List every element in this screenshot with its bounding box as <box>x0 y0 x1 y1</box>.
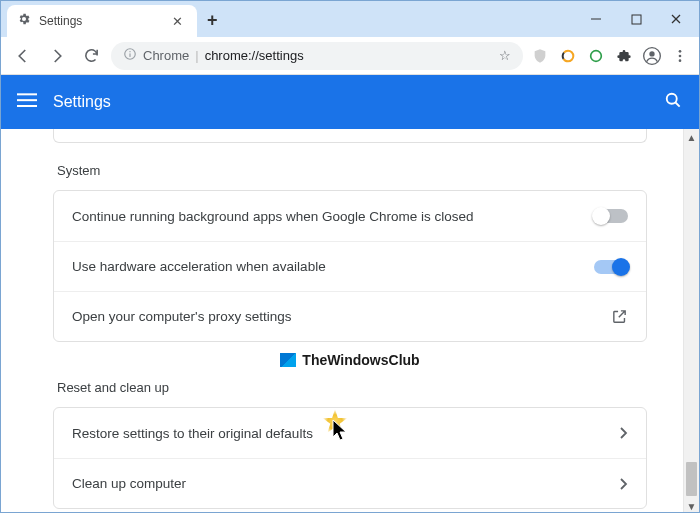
svg-line-19 <box>676 103 680 107</box>
site-info-icon[interactable] <box>123 47 137 64</box>
scrollbar-thumb[interactable] <box>686 462 697 496</box>
watermark-text: TheWindowsClub <box>302 352 419 368</box>
extension-shield-icon[interactable] <box>529 45 551 67</box>
settings-content-viewport: System Continue running background apps … <box>1 129 699 513</box>
row-hardware-accel[interactable]: Use hardware acceleration when available <box>54 241 646 291</box>
forward-button[interactable] <box>43 42 71 70</box>
svg-point-13 <box>679 54 682 57</box>
svg-point-14 <box>679 59 682 62</box>
toggle-background-apps[interactable] <box>594 209 628 223</box>
profile-avatar-icon[interactable] <box>641 45 663 67</box>
svg-rect-17 <box>17 105 37 107</box>
chevron-right-icon <box>620 478 628 490</box>
svg-point-9 <box>591 50 602 61</box>
scroll-up-arrow-icon[interactable]: ▲ <box>684 129 699 145</box>
toggle-hardware-accel[interactable] <box>594 260 628 274</box>
reset-card: Restore settings to their original defau… <box>53 407 647 509</box>
section-label-system: System <box>57 163 647 178</box>
browser-tab-active[interactable]: Settings ✕ <box>7 5 197 37</box>
extension-swirl-icon[interactable] <box>557 45 579 67</box>
row-label: Use hardware acceleration when available <box>72 259 594 274</box>
vertical-scrollbar[interactable]: ▲ ▼ <box>683 129 699 513</box>
browser-tab-strip: Settings ✕ + <box>1 1 699 37</box>
url-scheme-label: Chrome <box>143 48 189 63</box>
tab-title: Settings <box>39 14 168 28</box>
open-external-icon <box>611 308 628 325</box>
browser-toolbar: Chrome | chrome://settings ☆ <box>1 37 699 75</box>
system-card: Continue running background apps when Go… <box>53 190 647 342</box>
window-close-button[interactable] <box>657 5 695 33</box>
url-text: chrome://settings <box>205 48 304 63</box>
reload-button[interactable] <box>77 42 105 70</box>
extensions-puzzle-icon[interactable] <box>613 45 635 67</box>
row-restore-defaults[interactable]: Restore settings to their original defau… <box>54 408 646 458</box>
row-background-apps[interactable]: Continue running background apps when Go… <box>54 191 646 241</box>
settings-title: Settings <box>53 93 111 111</box>
minimize-button[interactable] <box>577 5 615 33</box>
row-label: Clean up computer <box>72 476 620 491</box>
back-button[interactable] <box>9 42 37 70</box>
scroll-down-arrow-icon[interactable]: ▼ <box>684 498 699 513</box>
close-icon[interactable]: ✕ <box>168 12 187 31</box>
window-controls <box>577 5 695 33</box>
overflow-menu-icon[interactable] <box>669 45 691 67</box>
svg-point-7 <box>563 50 574 61</box>
address-bar[interactable]: Chrome | chrome://settings ☆ <box>111 42 523 70</box>
settings-header: Settings <box>1 75 699 129</box>
svg-rect-6 <box>129 53 130 57</box>
svg-point-12 <box>679 50 682 53</box>
search-icon[interactable] <box>663 90 683 114</box>
svg-point-11 <box>649 51 654 56</box>
svg-point-18 <box>667 94 677 104</box>
maximize-button[interactable] <box>617 5 655 33</box>
svg-rect-15 <box>17 93 37 95</box>
toggle-off-icon <box>594 209 628 223</box>
watermark: TheWindowsClub <box>53 352 647 368</box>
row-label: Continue running background apps when Go… <box>72 209 594 224</box>
section-label-reset: Reset and clean up <box>57 380 647 395</box>
svg-rect-16 <box>17 99 37 101</box>
extension-circle-green-icon[interactable] <box>585 45 607 67</box>
gear-icon <box>17 12 31 30</box>
previous-section-card-bottom <box>53 129 647 143</box>
row-label: Restore settings to their original defau… <box>72 426 620 441</box>
svg-point-5 <box>129 51 130 52</box>
row-label: Open your computer's proxy settings <box>72 309 611 324</box>
row-proxy-settings[interactable]: Open your computer's proxy settings <box>54 291 646 341</box>
url-divider: | <box>195 48 198 63</box>
svg-rect-1 <box>632 15 641 24</box>
chevron-right-icon <box>620 427 628 439</box>
watermark-flag-icon <box>280 353 296 367</box>
hamburger-menu-icon[interactable] <box>17 90 37 114</box>
row-clean-up-computer[interactable]: Clean up computer <box>54 458 646 508</box>
toggle-on-icon <box>594 260 628 274</box>
new-tab-button[interactable]: + <box>207 10 218 31</box>
bookmark-star-icon[interactable]: ☆ <box>499 48 511 63</box>
